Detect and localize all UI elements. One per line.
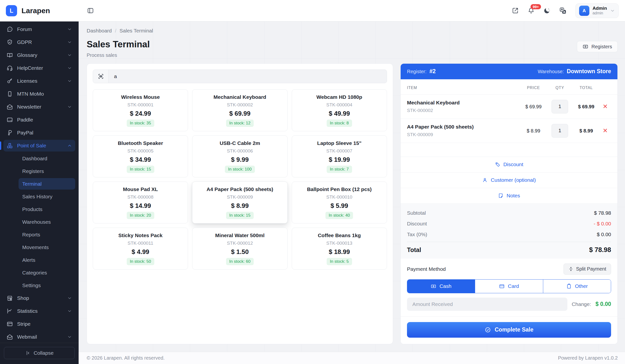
user-menu[interactable]: A Admin admin [575,3,619,18]
sidebar-item-mtn-momo[interactable]: MTN MoMo [3,88,75,100]
product-card[interactable]: Webcam HD 1080pSTK-000004$ 49.99In stock… [292,89,387,131]
tag-icon [495,162,500,167]
cart-item-price: $ 69.99 [525,103,542,110]
sidebar-item-newsletter[interactable]: Newsletter [3,101,75,113]
avatar: A [579,6,589,16]
sidebar-subitem-settings[interactable]: Settings [19,280,75,291]
warehouse-label: Warehouse: [538,69,564,74]
sidebar-subitem-terminal[interactable]: Terminal [19,178,75,190]
product-sku: STK-000005 [127,148,154,154]
search-input[interactable] [109,70,387,83]
payment-tab-label: Card [508,283,519,289]
product-price: $ 69.99 [229,110,250,117]
registers-button[interactable]: Registers [577,41,618,52]
product-sku: STK-000002 [227,102,253,108]
product-name: USB-C Cable 2m [220,140,260,146]
notification-badge: 99+ [531,4,541,9]
sidebar-item-licenses[interactable]: Licenses [3,75,75,87]
barcode-scan-button[interactable] [93,70,109,83]
cart-panel: Register: #2 Warehouse: Downtown Store I… [400,63,618,344]
sidebar-item-glossary[interactable]: Glossary [3,49,75,61]
product-card[interactable]: Sticky Notes PackSTK-000011$ 4.99In stoc… [93,228,188,270]
product-card[interactable]: Wireless MouseSTK-000001$ 24.99In stock:… [93,89,188,131]
sidebar-item-webmail[interactable]: Webmail [3,331,75,343]
sidebar-item-gdpr[interactable]: GDPR [3,36,75,48]
product-price: $ 14.99 [130,202,151,210]
sidebar-toggle-button[interactable] [87,7,94,14]
panels: Wireless MouseSTK-000001$ 24.99In stock:… [87,63,618,344]
payment-tab-other[interactable]: Other [543,280,611,293]
amount-received-input[interactable] [407,298,567,311]
sidebar-item-statistics[interactable]: Statistics [3,305,75,317]
sidebar-item-helpcenter[interactable]: HelpCenter [3,62,75,74]
product-price: $ 5.99 [331,202,348,210]
moon-icon [543,7,551,14]
sidebar-subitem-warehouses[interactable]: Warehouses [19,216,75,228]
breadcrumb-dashboard[interactable]: Dashboard [87,28,112,34]
sidebar-subitem-products[interactable]: Products [19,203,75,215]
product-price: $ 1.50 [231,248,249,256]
chevron-down-icon [67,308,72,313]
remove-item-button[interactable]: ✕ [599,127,611,135]
split-payment-button[interactable]: Split Payment [563,263,611,275]
cubes-icon [7,142,13,149]
external-link-button[interactable] [512,7,519,14]
complete-sale-button[interactable]: Complete Sale [407,322,611,338]
sidebar-item-point-of-sale[interactable]: Point of Sale [3,140,75,151]
product-card[interactable]: Coffee Beans 1kgSTK-000013$ 18.99In stoc… [292,228,387,270]
product-card[interactable]: Mechanical KeyboardSTK-000002$ 69.99In s… [192,89,287,131]
product-card[interactable]: Mouse Pad XLSTK-000008$ 14.99In stock: 2… [93,182,188,224]
chevron-down-icon [67,335,72,339]
sidebar-subitem-registers[interactable]: Registers [19,166,75,177]
barcode-icon [98,73,104,80]
quantity-input[interactable] [552,100,568,113]
remove-item-button[interactable]: ✕ [599,103,611,110]
sidebar-item-paypal[interactable]: PayPal [3,127,75,139]
sidebar-item-paddle[interactable]: Paddle [3,114,75,126]
product-card[interactable]: Mineral Water 500mlSTK-000012$ 1.50In st… [192,228,287,270]
product-sku: STK-000010 [326,195,352,200]
stock-badge: In stock: 100 [225,166,255,173]
dark-mode-button[interactable] [543,7,551,14]
sidebar-subitem-dashboard[interactable]: Dashboard [19,153,75,164]
quantity-input[interactable] [552,124,568,138]
language-button[interactable] [559,7,567,14]
chart-line-icon [7,308,13,314]
cart-item-name: A4 Paper Pack (500 sheets) [407,124,520,130]
product-name: Webcam HD 1080p [316,94,362,100]
chevron-up-icon [67,143,72,148]
brand-logo[interactable]: L Larapen [0,0,79,22]
totals-section: Subtotal $ 78.98 Discount - $ 0.00 Tax (… [401,203,617,259]
sidebar-subitem-alerts[interactable]: Alerts [19,254,75,266]
sidebar-item-shop[interactable]: Shop [3,292,75,304]
sidebar-item-forum[interactable]: Forum [3,24,75,35]
sidebar-subitem-categories[interactable]: Categories [19,267,75,278]
column-item: ITEM [407,86,520,90]
complete-sale-row: Complete Sale [401,316,617,344]
user-name: Admin [593,6,607,11]
notes-link[interactable]: Notes [401,188,617,203]
cart-item-total: $ 69.99 [577,103,595,110]
product-card[interactable]: USB-C Cable 2mSTK-000006$ 9.99In stock: … [192,135,287,177]
sidebar-item-label: Forum [17,26,63,32]
storefront-icon [7,295,13,301]
collapse-sidebar-button[interactable]: Collapse [4,347,75,359]
sidebar-subitem-reports[interactable]: Reports [19,229,75,240]
page-footer: © 2026 Larapen. All rights reserved. Pow… [79,352,625,364]
payment-tab-card[interactable]: Card [475,280,543,293]
product-sku: STK-000008 [127,195,154,200]
sidebar-item-stripe[interactable]: Stripe [3,318,75,330]
chevron-down-icon [67,27,72,32]
sidebar-subitem-movements[interactable]: Movements [19,242,75,253]
warehouse-value: Downtown Store [567,68,611,75]
discount-link[interactable]: Discount [401,157,617,172]
payment-header: Payment Method Split Payment [407,263,611,275]
product-card[interactable]: Ballpoint Pen Box (12 pcs)STK-000010$ 5.… [292,182,387,224]
product-card[interactable]: A4 Paper Pack (500 sheets)STK-000009$ 8.… [192,182,287,224]
product-card[interactable]: Bluetooth SpeakerSTK-000005$ 34.99In sto… [93,135,188,177]
payment-tab-cash[interactable]: Cash [407,280,475,293]
customer-link[interactable]: Customer (optional) [401,172,617,188]
sidebar-subitem-sales-history[interactable]: Sales History [19,191,75,202]
product-card[interactable]: Laptop Sleeve 15"STK-000007$ 19.99In sto… [292,135,387,177]
note-icon [498,193,503,198]
